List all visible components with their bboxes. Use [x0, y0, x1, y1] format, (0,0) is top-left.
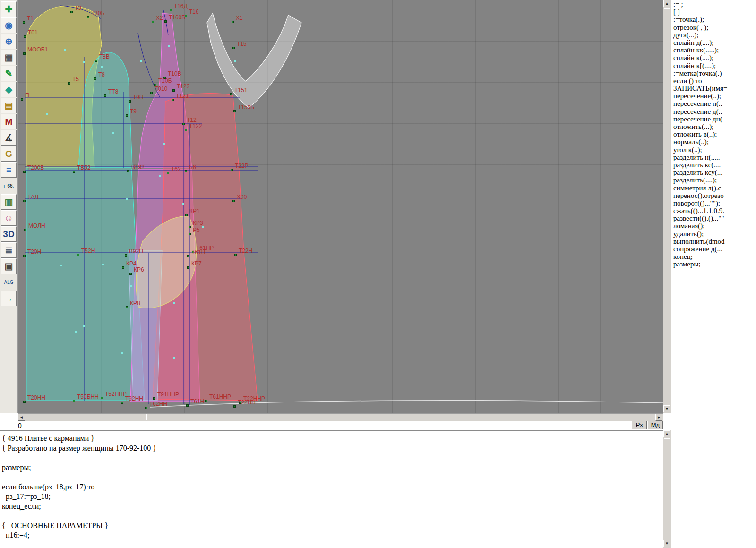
code-line[interactable]: [2, 472, 663, 482]
function-item[interactable]: отрезок( , );: [673, 24, 756, 31]
code-line[interactable]: конец_если;: [2, 502, 663, 512]
function-item[interactable]: сплайн кк(.....);: [673, 46, 756, 54]
angle-icon[interactable]: ∡: [1, 130, 17, 146]
function-item[interactable]: выполнить(dmod: [673, 238, 756, 245]
canvas-hscroll-thumb[interactable]: [146, 414, 154, 420]
grading-g-icon[interactable]: G: [1, 146, 17, 162]
md-button[interactable]: Мд: [648, 421, 663, 429]
drawing-canvas[interactable]: Т1Т3Т30БТ16ДТ16Х2Т160БХ1Т01Т15МООБ1Т8ВТ8…: [18, 0, 663, 413]
function-panel: := ;[ ]:=точка(.);отрезок( , );дуга(...)…: [671, 0, 756, 430]
code-line[interactable]: размеры;: [2, 463, 663, 473]
editor-vscroll-thumb[interactable]: [664, 438, 670, 462]
canvas-hscrollbar[interactable]: ◄ ►: [18, 413, 663, 421]
editor-vscrollbar[interactable]: ▲ ▼: [663, 430, 671, 548]
table-icon[interactable]: ▥: [1, 194, 17, 210]
function-item[interactable]: сплайн д(....);: [673, 39, 756, 46]
editor-scroll-down-icon[interactable]: ▼: [663, 540, 670, 547]
code-line[interactable]: рз_17:=рз_18;: [2, 492, 663, 502]
canvas-vscrollbar[interactable]: ▲ ▼: [663, 0, 671, 413]
calculator-icon[interactable]: ≡: [1, 162, 17, 178]
function-item[interactable]: :=метка(точка(.): [673, 69, 756, 77]
function-item[interactable]: развести(().()..."": [673, 214, 756, 222]
status-value: 0: [18, 422, 22, 429]
function-item[interactable]: дуга(...);: [673, 31, 756, 39]
pencil-icon[interactable]: ✎: [1, 66, 17, 81]
function-item[interactable]: перенос().отрезо: [673, 192, 756, 199]
measure-m-icon[interactable]: M: [1, 114, 17, 129]
function-item[interactable]: сжать(()...1.1.0.9.: [673, 207, 756, 214]
status-row: 0 Рз Мд: [0, 421, 663, 430]
function-item[interactable]: если () то: [673, 77, 756, 85]
code-editor[interactable]: { 4916 Платье с карманами }{ Разработано…: [0, 430, 663, 548]
new-file-icon[interactable]: ✚: [1, 1, 17, 17]
file-label[interactable]: i_66.: [1, 178, 17, 194]
function-item[interactable]: пересечение н(..: [673, 100, 756, 107]
code-line[interactable]: { 4916 Платье с карманами }: [2, 434, 663, 444]
function-item[interactable]: разделить(....);: [673, 176, 756, 184]
scroll-up-icon[interactable]: ▲: [663, 0, 670, 7]
gem-icon[interactable]: ◆: [1, 82, 17, 97]
function-item[interactable]: разделить кс(....: [673, 161, 756, 169]
function-item[interactable]: симметрия л().с: [673, 184, 756, 192]
function-item[interactable]: угол к(..);: [673, 146, 756, 154]
function-item[interactable]: сопряжение д(...: [673, 245, 756, 253]
function-item[interactable]: конец;: [673, 253, 756, 260]
function-item[interactable]: отложить в(..);: [673, 130, 756, 138]
function-item[interactable]: пересечение дн(: [673, 115, 756, 123]
exit-icon[interactable]: →: [1, 291, 17, 306]
function-item[interactable]: нормаль(..);: [673, 138, 756, 146]
function-item[interactable]: пересечение(..);: [673, 92, 756, 100]
function-item[interactable]: сплайн к(....);: [673, 54, 756, 61]
code-line[interactable]: [2, 453, 663, 463]
zoom-icon[interactable]: ⊕: [1, 34, 17, 49]
scroll-right-icon[interactable]: ►: [655, 414, 662, 421]
function-item[interactable]: отложить(...);: [673, 123, 756, 130]
function-item[interactable]: ломаная();: [673, 222, 756, 230]
function-list: := ;[ ]:=точка(.);отрезок( , );дуга(...)…: [673, 0, 756, 268]
pattern-drawing: [18, 0, 663, 413]
function-item[interactable]: ЗАПИСАТЬ(имя=: [673, 85, 756, 92]
code-line[interactable]: { ОСНОВНЫЕ ПАРАМЕТРЫ }: [2, 521, 663, 531]
notes-icon[interactable]: ▤: [1, 98, 17, 113]
code-line[interactable]: п16:=4;: [2, 531, 663, 540]
function-item[interactable]: размеры;: [673, 260, 756, 268]
code-line[interactable]: если больше(рз_18,рз_17) то: [2, 482, 663, 492]
editor-scroll-up-icon[interactable]: ▲: [663, 430, 670, 437]
code-line[interactable]: { Разработано на размер женщины 170-92-1…: [2, 444, 663, 454]
app-window: ✚◉⊕▦✎◆▤M∡G≡i_66.▥☺3D≣▣ALG→: [0, 0, 756, 548]
function-item[interactable]: разделить ксу(...: [673, 169, 756, 176]
function-item[interactable]: := ;: [673, 0, 756, 8]
hem-curve: [150, 401, 663, 407]
code-line[interactable]: [2, 511, 663, 521]
grid-icon[interactable]: ▦: [1, 50, 17, 65]
threed-icon[interactable]: 3D: [1, 226, 17, 242]
function-item[interactable]: разделить н(.....: [673, 154, 756, 161]
rz-button[interactable]: Рз: [632, 421, 647, 429]
view-globe-icon[interactable]: ◉: [1, 17, 17, 33]
canvas-vscroll-thumb[interactable]: [664, 8, 670, 36]
function-item[interactable]: поворот(()..."");: [673, 199, 756, 207]
printer-icon[interactable]: ▣: [1, 258, 17, 274]
layers-icon[interactable]: ≣: [1, 242, 17, 258]
function-item[interactable]: сплайн к[(....);: [673, 62, 756, 69]
function-item[interactable]: пересечение д(..: [673, 108, 756, 115]
function-item[interactable]: удалить();: [673, 230, 756, 238]
scroll-left-icon[interactable]: ◄: [18, 414, 25, 421]
piece-back-skirt[interactable]: [27, 168, 145, 401]
alg-icon[interactable]: ALG: [1, 274, 17, 290]
function-item[interactable]: [ ]: [673, 8, 756, 16]
toolbar: ✚◉⊕▦✎◆▤M∡G≡i_66.▥☺3D≣▣ALG→: [0, 0, 18, 413]
photo-icon[interactable]: ☺: [1, 210, 17, 226]
scroll-down-icon[interactable]: ▼: [663, 405, 670, 412]
function-item[interactable]: :=точка(.);: [673, 16, 756, 23]
